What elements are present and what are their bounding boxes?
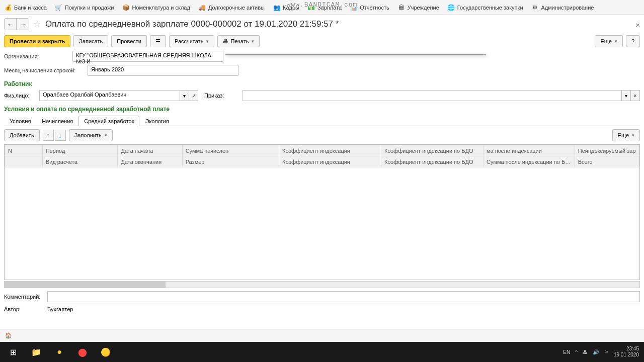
grid[interactable]: NПериодДата началаСумма начисленКоэффици… [4,144,640,280]
column-header[interactable]: Неиндексируемый зар [575,145,639,156]
column-header[interactable] [5,156,43,167]
tab[interactable]: Экология [139,116,175,126]
topnav-label: Администрирование [541,5,594,11]
topnav-label: Государственные закупки [457,5,523,11]
column-header[interactable]: Всего [575,156,639,167]
printer-icon: 🖶 [223,38,228,44]
post-and-close-button[interactable]: Провести и закрыть [4,35,70,47]
list-button[interactable]: ☰ [150,35,166,47]
column-header[interactable]: Коэффициент индексации по БДО [381,145,484,156]
forward-button[interactable]: → [17,19,29,30]
volume-icon[interactable]: 🔊 [593,349,599,355]
topnav-label: Покупки и продажи [65,5,114,11]
fiz-field[interactable]: Оралбаев Оралбай Оралбаевич [39,90,180,101]
tab[interactable]: Начисления [36,116,78,126]
employee-header: Работник [0,77,644,88]
column-header[interactable]: Размер [182,156,279,167]
topnav-label: Номенклатура и склад [132,5,190,11]
move-up-button[interactable]: ↑ [43,130,54,141]
prikaz-label: Приказ: [204,93,239,99]
comment-field[interactable] [47,291,640,302]
topnav-item[interactable]: 🚚Долгосрочные активы [198,4,265,12]
title-bar: ← → ☆ Оплата по среднедневной зарплате 0… [0,15,644,33]
clock[interactable]: 23:45 19.01.2020 [614,346,642,358]
move-down-button[interactable]: ↓ [55,130,66,141]
column-header[interactable]: Вид расчета [42,156,118,167]
topnav-item[interactable]: 📦Номенклатура и склад [122,4,190,12]
prikaz-field[interactable] [243,90,622,101]
topnav-icon: 🛒 [55,4,63,12]
topnav-label: Банк и касса [14,5,47,11]
topnav-icon: 🚚 [198,4,206,12]
tab[interactable]: Средний заработок [78,116,139,126]
tray-caret-icon[interactable]: ^ [575,349,578,355]
favorite-star-icon[interactable]: ☆ [33,19,41,30]
topnav-icon: 🌐 [447,4,455,12]
topnav-label: Отчетность [360,5,389,11]
grid-more-button[interactable]: Еще [612,129,640,141]
author-label: Автор: [4,306,44,312]
help-button[interactable]: ? [626,35,640,47]
watermark: www.BANDICAM.com [287,1,358,9]
prikaz-clear-button[interactable]: × [631,90,640,101]
conditions-header: Условия и оплата по среднедневной зарабо… [0,103,644,114]
home-icon[interactable]: 🏠 [2,331,15,340]
column-header[interactable]: ма после индексации [484,145,575,156]
flag-icon[interactable]: 🏳 [604,349,609,355]
topnav-item[interactable]: 🏛Учреждение [397,4,439,12]
column-header[interactable]: Коэффициент индексации [279,145,381,156]
write-button[interactable]: Записать [73,35,108,47]
column-header[interactable]: Сумма начислен [182,145,279,156]
column-header[interactable]: Коэффициент индексации по БДО [381,156,484,167]
browser-icon[interactable]: 🟡 [95,343,117,361]
topnav-label: Долгосрочные активы [208,5,265,11]
column-header[interactable]: Дата окончания [118,156,182,167]
calculate-button[interactable]: Рассчитать [169,35,214,47]
more-button[interactable]: Еще [595,35,622,47]
start-button[interactable]: ⊞ [2,343,24,361]
nav-arrows: ← → [4,18,29,30]
topnav-item[interactable]: 🛒Покупки и продажи [55,4,114,12]
column-header[interactable]: Коэффициент индексации [279,156,381,167]
lang-indicator[interactable]: EN [563,349,570,355]
print-button[interactable]: 🖶Печать [217,35,260,47]
column-header[interactable]: Сумма после индексации по БДО [484,156,575,167]
fiz-dropdown-button[interactable]: ▾ [180,90,189,101]
prikaz-dropdown-button[interactable]: ▾ [622,90,631,101]
app-1c-icon[interactable]: ● [48,343,70,361]
topnav-icon: 👥 [273,4,281,12]
window-tabs: 🏠 [0,329,644,342]
main-toolbar: Провести и закрыть Записать Провести ☰ Р… [0,33,644,49]
back-button[interactable]: ← [5,19,17,30]
topnav-icon: 🏛 [397,4,406,12]
explorer-icon[interactable]: 📁 [25,343,47,361]
close-icon[interactable]: ✕ [635,22,640,29]
comment-row: Комментарий: [0,289,644,304]
org-row: Организация: КГУ "ОБЩЕОБРАЗОВАТЕЛЬНАЯ СР… [0,49,644,63]
topnav-icon: 💰 [4,4,12,12]
month-field[interactable]: Январь 2020 [88,65,238,76]
grid-toolbar: Добавить ↑ ↓ Заполнить Еще [0,126,644,144]
record-icon[interactable]: ⬤ [71,343,94,361]
tab[interactable]: Условия [4,116,36,126]
network-icon[interactable]: 🖧 [583,349,588,355]
tabs: УсловияНачисленияСредний заработокЭколог… [4,116,640,126]
horizontal-scrollbar[interactable] [4,281,640,288]
author-row: Автор: Бухгалтер [0,304,644,314]
month-row: Месяц начисления строкой: Январь 2020 [0,63,644,77]
topnav-item[interactable]: 💰Банк и касса [4,4,47,12]
add-button[interactable]: Добавить [4,129,40,141]
fill-button[interactable]: Заполнить [69,129,113,141]
month-label: Месяц начисления строкой: [4,67,85,73]
fiz-open-button[interactable]: ↗ [189,90,198,101]
column-header[interactable]: Период [42,145,118,156]
fiz-label: Физ.лицо: [4,93,39,99]
taskbar: ⊞ 📁 ● ⬤ 🟡 EN ^ 🖧 🔊 🏳 23:45 19.01.2020 [0,342,644,362]
topnav-label: Учреждение [408,5,439,11]
column-header[interactable]: N [5,145,43,156]
org-field[interactable]: КГУ "ОБЩЕОБРАЗОВАТЕЛЬНАЯ СРЕДНЯЯ ШКОЛА №… [72,51,223,62]
topnav-item[interactable]: 🌐Государственные закупки [447,4,523,12]
topnav-item[interactable]: ⚙Администрирование [531,4,594,12]
column-header[interactable]: Дата начала [118,145,182,156]
post-button[interactable]: Провести [111,35,147,47]
